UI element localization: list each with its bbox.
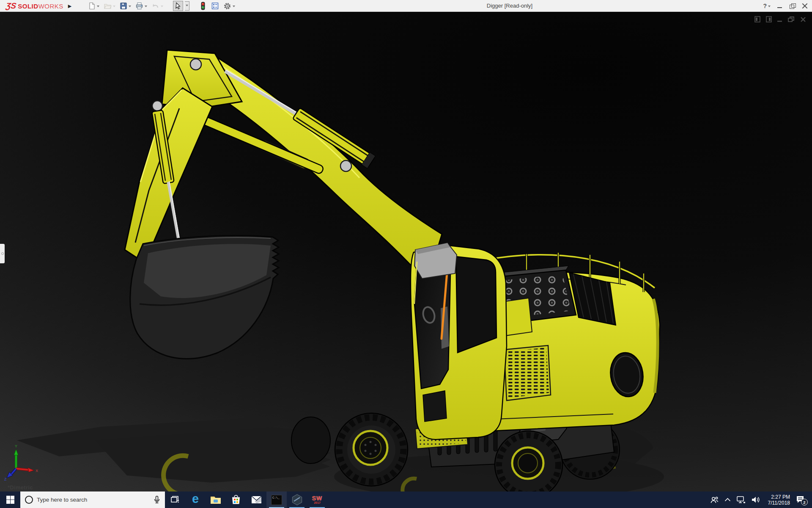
select-button[interactable] [173,1,183,11]
print-dropdown-arrow[interactable] [145,6,147,8]
save-dropdown-arrow[interactable] [129,6,131,8]
solidworks-2017-icon: SW 2017 [312,495,323,504]
new-dropdown-arrow[interactable] [97,6,99,8]
taskbar-app-store[interactable] [226,491,246,508]
view-orientation-label: *Dimetric [8,484,33,491]
system-tray: 2:27 PM 7/11/2018 2 [710,491,812,508]
doc-close-icon[interactable] [800,16,806,22]
tray-date: 7/11/2018 [768,500,790,506]
edge-icon: e [192,493,199,505]
network-icon[interactable] [737,496,746,503]
help-icon: ? [763,3,767,9]
cmd-icon: C:\_ [271,495,282,505]
store-icon [231,495,241,505]
restore-button[interactable] [789,3,796,9]
titlebar-controls: ? [763,0,809,12]
search-input[interactable] [37,497,154,503]
hexagon-app-icon [292,494,302,505]
taskbar-app-mail[interactable] [246,491,266,508]
solidworks-logo-light: WORKS [38,3,63,10]
options-button[interactable] [222,1,236,11]
taskbar-app-solidworks-2017[interactable]: SW 2017 [307,491,327,508]
taskbar-app-solidworks-rx[interactable] [287,491,307,508]
open-folder-icon [104,2,112,10]
tray-expand-chevron-icon[interactable] [724,498,731,502]
minimize-button[interactable] [776,3,783,9]
taskbar: e C:\_ [0,491,812,508]
cab [411,243,507,439]
screen: ƷS SOLID WORKS ▶ [0,0,812,508]
doc-minimize-icon[interactable] [777,16,782,22]
excavator-3d-model[interactable] [0,12,812,491]
feature-pane-toggle-icon[interactable] [754,16,760,22]
gear-icon [223,2,231,10]
mail-icon [251,496,262,504]
taskbar-app-edge[interactable]: e [185,491,206,508]
select-dropdown-arrow [186,5,188,8]
help-dropdown-arrow [768,6,771,8]
task-view-button[interactable] [165,491,185,508]
undo-arrow-icon [151,2,159,10]
print-icon [135,2,143,10]
boom-assembly [125,50,442,359]
help-button[interactable]: ? [763,3,771,9]
save-button[interactable] [118,1,132,11]
close-button[interactable] [802,3,809,9]
new-button[interactable] [87,1,101,11]
document-window-controls [754,16,806,22]
open-dropdown-arrow[interactable] [113,6,115,8]
flyout-dot-icon [1,252,4,255]
front-left-wheel [335,413,408,486]
select-dropdown[interactable] [185,1,189,11]
notification-badge: 2 [801,499,808,505]
undo-button[interactable] [150,1,165,11]
open-button[interactable] [102,1,117,11]
tray-time: 2:27 PM [768,494,790,500]
new-document-icon [88,2,96,10]
taskbar-search[interactable] [20,491,165,508]
save-floppy-icon [120,2,127,10]
tray-clock[interactable]: 2:27 PM 7/11/2018 [766,494,790,506]
feature-manager-flyout-tab[interactable] [0,244,5,263]
cortana-icon[interactable] [25,496,33,504]
rebuild-traffic-light-icon [199,2,207,10]
titlebar: ƷS SOLID WORKS ▶ [0,0,812,12]
file-properties-button[interactable] [210,1,220,11]
volume-icon[interactable] [752,496,760,503]
rebuild-button[interactable] [198,1,208,11]
taskbar-app-file-explorer[interactable] [206,491,226,508]
start-button[interactable] [0,491,20,508]
file-properties-icon [211,2,219,10]
front-right-wheel [495,431,562,491]
microphone-icon[interactable] [154,496,160,504]
doc-restore-icon[interactable] [788,16,795,22]
options-dropdown-arrow[interactable] [233,6,235,8]
window-title: Digger [Read-only] [487,3,532,9]
undo-dropdown-arrow[interactable] [161,6,163,8]
display-pane-toggle-icon[interactable] [766,16,772,22]
file-explorer-icon [210,495,221,504]
action-center-button[interactable]: 2 [796,496,808,504]
solidworks-logo-bold: SOLID [18,3,38,10]
taskbar-app-cmd[interactable]: C:\_ [266,491,287,508]
standard-toolbar [87,0,236,12]
windows-logo-icon [6,496,14,504]
graphics-viewport[interactable]: X Y Z *Dimetric [0,12,812,491]
select-cursor-icon [174,2,182,10]
task-view-icon [171,496,179,504]
people-icon[interactable] [710,496,719,504]
print-button[interactable] [134,1,148,11]
solidworks-logo: ƷS SOLID WORKS [6,1,63,11]
menu-expander-icon[interactable]: ▶ [67,2,73,10]
solidworks-logo-glyph: ƷS [5,1,16,11]
